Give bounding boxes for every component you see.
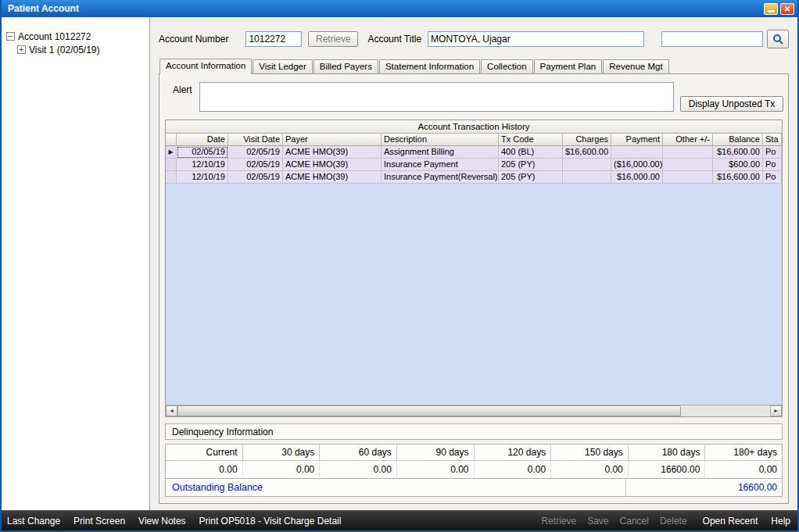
grid-col-visit-date[interactable]: Visit Date xyxy=(228,134,283,146)
grid-col-payment[interactable]: Payment xyxy=(611,134,663,146)
grid-col-charges[interactable]: Charges xyxy=(563,134,611,146)
cell-charges[interactable] xyxy=(563,159,611,171)
tab-strip: Account InformationVisit LedgerBilled Pa… xyxy=(159,59,789,73)
cell-payment[interactable]: ($16,000.00) xyxy=(611,159,663,171)
grid-col-date[interactable]: Date xyxy=(177,134,228,146)
cell-visit-date[interactable]: 02/05/19 xyxy=(228,171,283,184)
account-tree: − Account 1012272 + Visit 1 (02/05/19) xyxy=(2,17,150,510)
search-button[interactable] xyxy=(767,30,789,48)
grid-col-sta[interactable]: Sta xyxy=(763,134,782,146)
tree-item-visit[interactable]: + Visit 1 (02/05/19) xyxy=(17,43,146,56)
cell-balance[interactable]: $600.00 xyxy=(713,159,763,171)
delinq-value-180-days: 16600.00 xyxy=(629,461,706,478)
alert-textarea[interactable] xyxy=(199,82,674,112)
search-input[interactable] xyxy=(661,31,763,47)
cell-status[interactable]: Po xyxy=(763,146,782,159)
cell-description[interactable]: Insurance Payment(Reversal) xyxy=(382,171,499,184)
scroll-right-button[interactable]: ► xyxy=(770,405,782,416)
tree-account-label[interactable]: Account 1012272 xyxy=(18,31,91,42)
tab-statement-information[interactable]: Statement Information xyxy=(379,59,480,73)
tab-collection[interactable]: Collection xyxy=(481,59,533,73)
grid-col-balance[interactable]: Balance xyxy=(713,134,763,146)
outstanding-balance-value: 16600.00 xyxy=(625,479,782,497)
current-row-arrow-icon[interactable]: ▶ xyxy=(166,146,177,159)
expand-icon[interactable]: + xyxy=(17,45,26,54)
delinq-col-120-days: 120 days xyxy=(475,445,552,461)
cell-visit-date[interactable]: 02/05/19 xyxy=(228,146,283,159)
delinquency-section: Delinquency Information Current30 days60… xyxy=(165,423,783,497)
statusbar-last-change[interactable]: Last Change xyxy=(6,516,61,527)
grid-col-payer[interactable]: Payer xyxy=(283,134,382,146)
cell-status[interactable]: Po xyxy=(763,171,782,184)
grid-col-selector xyxy=(166,134,177,146)
cell-description[interactable]: Assignment Billing xyxy=(382,146,499,159)
close-button[interactable]: ✕ xyxy=(780,3,794,15)
tab-account-information[interactable]: Account Information xyxy=(159,59,252,74)
retrieve-button[interactable]: Retrieve xyxy=(308,31,358,47)
statusbar-view-notes[interactable]: View Notes xyxy=(138,516,186,527)
cell-payment[interactable]: $16,000.00 xyxy=(611,171,663,184)
grid-col-description[interactable]: Description xyxy=(382,134,499,146)
cell-tx-code[interactable]: 205 (PY) xyxy=(499,159,563,171)
cell-balance[interactable]: $16,600.00 xyxy=(713,171,763,184)
statusbar-help[interactable]: Help xyxy=(770,516,791,527)
transaction-row[interactable]: 12/10/1902/05/19ACME HMO(39)Insurance Pa… xyxy=(166,171,782,184)
minimize-button[interactable] xyxy=(764,3,778,15)
account-title-input[interactable] xyxy=(428,31,644,47)
cell-charges[interactable] xyxy=(563,171,611,184)
cell-other[interactable] xyxy=(663,159,713,171)
close-icon: ✕ xyxy=(784,5,790,13)
display-unposted-tx-button[interactable]: Display Unposted Tx xyxy=(680,96,783,112)
account-number-input[interactable] xyxy=(245,31,302,47)
delinq-col-180-days: 180+ days xyxy=(705,445,782,461)
scroll-left-button[interactable]: ◄ xyxy=(166,405,177,416)
scrollbar-thumb[interactable] xyxy=(177,405,681,416)
grid-col-other[interactable]: Other +/- xyxy=(663,134,713,146)
tab-payment-plan[interactable]: Payment Plan xyxy=(534,59,603,73)
delinq-col-current: Current xyxy=(166,445,243,461)
alert-row: Alert Display Unposted Tx xyxy=(165,82,783,112)
row-selector[interactable] xyxy=(166,159,177,171)
cell-date[interactable]: 02/05/19 xyxy=(177,146,228,159)
cell-date[interactable]: 12/10/19 xyxy=(177,171,228,184)
cell-description[interactable]: Insurance Payment xyxy=(382,159,499,171)
cell-date[interactable]: 12/10/19 xyxy=(177,159,228,171)
horizontal-scrollbar[interactable]: ◄ ► xyxy=(166,405,782,416)
cell-payment[interactable] xyxy=(611,146,663,159)
cell-balance[interactable]: $16,600.00 xyxy=(713,146,763,159)
row-selector[interactable] xyxy=(166,171,177,184)
tab-billed-payers[interactable]: Billed Payers xyxy=(314,59,378,73)
delinq-col-180-days: 180 days xyxy=(629,445,706,461)
cell-other[interactable] xyxy=(663,171,713,184)
cell-tx-code[interactable]: 400 (BL) xyxy=(499,146,563,159)
title-bar: Patient Account ✕ xyxy=(2,0,797,17)
main-panel: Account Number Retrieve Account Title Ac… xyxy=(150,17,797,510)
transaction-row[interactable]: 12/10/1902/05/19ACME HMO(39)Insurance Pa… xyxy=(166,159,782,171)
statusbar-print-screen[interactable]: Print Screen xyxy=(73,516,126,527)
status-bar: Last ChangePrint ScreenView NotesPrint O… xyxy=(2,510,797,530)
magnifier-icon xyxy=(772,34,784,45)
tree-visit-label[interactable]: Visit 1 (02/05/19) xyxy=(29,45,100,55)
cell-payer[interactable]: ACME HMO(39) xyxy=(283,171,382,184)
statusbar-open-recent[interactable]: Open Recent xyxy=(702,516,759,527)
cell-other[interactable] xyxy=(663,146,713,159)
statusbar-print-op5018-visit-charge-detail[interactable]: Print OP5018 - Visit Charge Detail xyxy=(199,516,342,527)
statusbar-right: Open RecentHelp xyxy=(702,516,791,527)
cell-status[interactable]: Po xyxy=(763,159,782,171)
statusbar-cancel: Cancel xyxy=(619,516,650,527)
minimize-icon xyxy=(768,10,775,12)
transaction-row[interactable]: ▶02/05/1902/05/19ACME HMO(39)Assignment … xyxy=(166,146,782,159)
tree-item-account[interactable]: − Account 1012272 xyxy=(6,30,146,43)
scrollbar-track[interactable] xyxy=(177,405,770,416)
tab-visit-ledger[interactable]: Visit Ledger xyxy=(253,59,313,73)
statusbar-save: Save xyxy=(586,516,609,527)
tab-revenue-mgt[interactable]: Revenue Mgt xyxy=(603,59,668,73)
collapse-icon[interactable]: − xyxy=(6,32,15,41)
grid-col-tx-code[interactable]: Tx Code xyxy=(499,134,563,146)
cell-charges[interactable]: $16,600.00 xyxy=(563,146,611,159)
cell-tx-code[interactable]: 205 (PY) xyxy=(499,171,563,184)
cell-payer[interactable]: ACME HMO(39) xyxy=(283,159,382,171)
alert-side: Display Unposted Tx xyxy=(674,82,783,112)
cell-visit-date[interactable]: 02/05/19 xyxy=(228,159,283,171)
cell-payer[interactable]: ACME HMO(39) xyxy=(283,146,382,159)
